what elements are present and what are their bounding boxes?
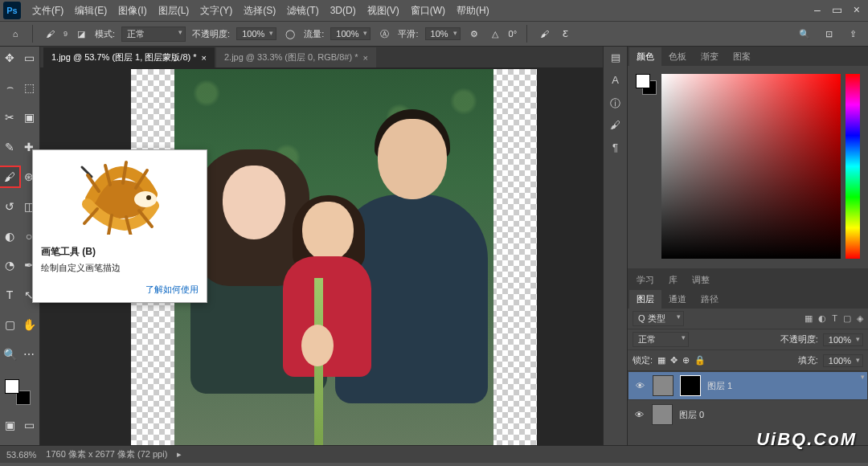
angle-icon[interactable]: △ <box>488 27 502 41</box>
airbrush-icon[interactable]: Ⓐ <box>377 27 391 41</box>
angle-value: 0° <box>509 29 518 39</box>
layer-opacity-input[interactable]: 100% <box>823 333 863 346</box>
app-logo: Ps <box>3 2 21 19</box>
svg-point-11 <box>146 195 151 200</box>
brush-tool-icon[interactable]: 🖌 <box>43 27 57 41</box>
menu-view[interactable]: 视图(V) <box>362 2 404 20</box>
filter-adjust-icon[interactable]: ◐ <box>818 313 826 324</box>
tab-gradients[interactable]: 渐变 <box>694 47 726 66</box>
quick-mask-tool[interactable]: ▣ <box>0 415 19 435</box>
frame-tool[interactable]: ▣ <box>19 108 39 127</box>
workspace-icon[interactable]: ⊡ <box>821 27 836 41</box>
hand-tool[interactable]: ✋ <box>19 315 39 334</box>
menu-edit[interactable]: 编辑(E) <box>70 2 112 20</box>
zoom-level[interactable]: 53.68% <box>6 450 36 460</box>
shape-tool[interactable]: ▢ <box>0 315 19 334</box>
document-tab-2[interactable]: 2.jpg @ 33.3% (图层 0, RGB/8#) *× <box>216 47 376 67</box>
menu-file[interactable]: 文件(F) <box>27 2 68 20</box>
history-brush-tool[interactable]: ↺ <box>0 197 19 216</box>
visibility-icon[interactable]: 👁 <box>633 410 645 419</box>
status-arrow-icon[interactable]: ▸ <box>177 449 182 460</box>
home-icon[interactable]: ⌂ <box>8 27 23 41</box>
tab-adjustments[interactable]: 调整 <box>685 271 717 289</box>
lock-nested-icon[interactable]: ⊕ <box>682 355 690 366</box>
close-icon[interactable]: × <box>854 3 860 16</box>
tab-patterns[interactable]: 图案 <box>726 47 758 66</box>
filter-type-icon[interactable]: T <box>832 313 837 324</box>
lasso-tool[interactable]: ⌢ <box>0 78 19 97</box>
pressure-opacity-icon[interactable]: ◯ <box>283 27 297 41</box>
history-panel-icon[interactable]: ▤ <box>608 51 623 66</box>
tab-layers[interactable]: 图层 <box>629 290 661 309</box>
type-tool[interactable]: T <box>0 285 19 305</box>
brush-preset-icon[interactable]: ◪ <box>74 27 88 41</box>
settings-icon[interactable]: ⚙ <box>467 27 481 41</box>
edit-toolbar[interactable]: ⋯ <box>19 345 39 364</box>
opacity-input[interactable]: 100% <box>236 27 276 40</box>
svg-point-10 <box>134 191 157 207</box>
window-controls: – ▭ × <box>811 0 863 19</box>
lock-pixels-icon[interactable]: ▦ <box>657 355 665 366</box>
color-swatch[interactable] <box>5 379 31 405</box>
restore-icon[interactable]: ▭ <box>832 3 842 16</box>
symmetry-icon[interactable]: Ƹ <box>558 27 572 41</box>
character-panel-icon[interactable]: A <box>608 74 623 88</box>
tab-paths[interactable]: 路径 <box>694 290 726 309</box>
brush-settings-icon[interactable]: 🖌 <box>537 27 551 41</box>
layer-filter-select[interactable]: Q 类型 <box>633 311 684 326</box>
lock-all-icon[interactable]: 🔒 <box>694 355 706 366</box>
tab-channels[interactable]: 通道 <box>661 290 694 309</box>
share-icon[interactable]: ⇪ <box>845 27 860 41</box>
brush-tool[interactable]: 🖌 <box>0 167 19 186</box>
tab-color[interactable]: 颜色 <box>629 47 661 66</box>
tooltip-learn-link[interactable]: 了解如何使用 <box>33 280 207 302</box>
eyedropper-tool[interactable]: ✎ <box>0 137 19 157</box>
tab-learn[interactable]: 学习 <box>629 271 661 289</box>
layer-opacity-label: 不透明度: <box>780 333 818 345</box>
menu-filter[interactable]: 滤镜(T) <box>282 2 323 20</box>
menu-layer[interactable]: 图层(L) <box>154 2 194 20</box>
menu-3d[interactable]: 3D(D) <box>326 2 361 18</box>
doc-dimensions[interactable]: 1760 像素 x 2677 像素 (72 ppi) <box>46 448 167 460</box>
document-tab-1[interactable]: 1.jpg @ 53.7% (图层 1, 图层蒙版/8) *× <box>43 47 215 67</box>
collapsed-panels-strip: ▤ A ⓘ 🖌 ¶ <box>603 47 627 445</box>
dodge-tool[interactable]: ◔ <box>0 255 19 275</box>
screen-mode-tool[interactable]: ▭ <box>19 415 39 435</box>
menu-window[interactable]: 窗口(W) <box>406 2 450 20</box>
move-tool[interactable]: ✥ <box>0 48 19 67</box>
properties-panel-icon[interactable]: ⓘ <box>608 96 623 111</box>
blend-mode-select[interactable]: 正常 <box>121 27 186 42</box>
quick-select-tool[interactable]: ⬚ <box>19 78 39 97</box>
visibility-icon[interactable]: 👁 <box>633 381 646 390</box>
menu-select[interactable]: 选择(S) <box>239 2 280 20</box>
filter-pixel-icon[interactable]: ▦ <box>805 313 813 324</box>
brushes-panel-icon[interactable]: 🖌 <box>608 119 623 133</box>
lock-label: 锁定: <box>633 354 653 366</box>
close-tab-icon[interactable]: × <box>362 53 367 63</box>
paragraph-panel-icon[interactable]: ¶ <box>608 141 623 156</box>
smoothing-input[interactable]: 10% <box>425 27 461 40</box>
tab-libraries[interactable]: 库 <box>661 271 685 289</box>
tab-swatches[interactable]: 色板 <box>661 47 694 66</box>
menu-image[interactable]: 图像(I) <box>113 2 151 20</box>
lock-position-icon[interactable]: ✥ <box>670 355 678 366</box>
menu-type[interactable]: 文字(Y) <box>195 2 237 20</box>
layer-item-1[interactable]: 👁 图层 1 <box>628 371 868 400</box>
crop-tool[interactable]: ✂ <box>0 108 19 127</box>
filter-smart-icon[interactable]: ◈ <box>857 313 863 324</box>
menu-help[interactable]: 帮助(H) <box>452 2 494 20</box>
color-chip[interactable] <box>636 74 657 95</box>
zoom-tool[interactable]: 🔍 <box>0 345 19 364</box>
fill-input[interactable]: 100% <box>823 354 863 367</box>
search-icon[interactable]: 🔍 <box>797 27 812 41</box>
marquee-tool[interactable]: ▭ <box>19 48 39 67</box>
minimize-icon[interactable]: – <box>814 3 821 16</box>
hue-slider[interactable] <box>845 74 860 259</box>
flow-input[interactable]: 100% <box>330 27 371 40</box>
saturation-value-picker[interactable] <box>661 74 841 259</box>
gradient-tool[interactable]: ◐ <box>0 227 19 246</box>
layer-item-0[interactable]: 👁 图层 0 <box>628 400 868 429</box>
filter-shape-icon[interactable]: ▢ <box>843 313 851 324</box>
close-tab-icon[interactable]: × <box>202 53 207 63</box>
layer-blend-select[interactable]: 正常 <box>633 332 689 347</box>
